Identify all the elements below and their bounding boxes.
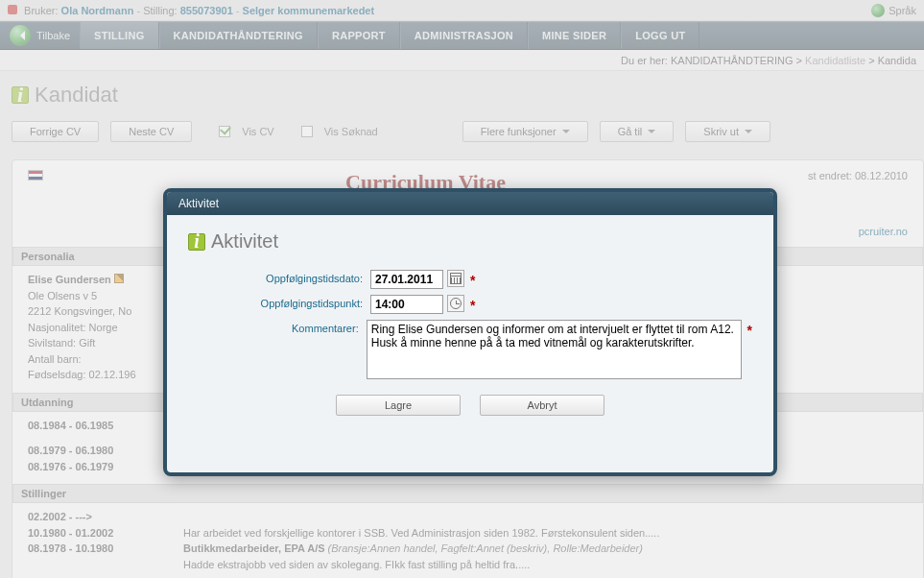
comment-textarea[interactable] [367, 320, 742, 379]
calendar-icon[interactable] [447, 270, 464, 287]
required-icon: * [470, 273, 475, 288]
dialog-titlebar: Aktivitet [167, 192, 773, 215]
clock-icon[interactable] [447, 295, 464, 312]
aktivitet-dialog: Aktivitet i Aktivitet Oppfølgingstidsdat… [163, 188, 777, 476]
required-icon: * [747, 323, 752, 338]
dialog-heading: i Aktivitet [188, 230, 752, 253]
followup-date-label: Oppfølgingstidsdato: [188, 270, 370, 284]
required-icon: * [470, 298, 475, 313]
cancel-button[interactable]: Avbryt [480, 395, 604, 416]
followup-time-label: Oppfølgingstidspunkt: [188, 295, 370, 309]
followup-time-input[interactable] [370, 295, 443, 314]
save-button[interactable]: Lagre [336, 395, 461, 416]
info-icon: i [188, 233, 205, 251]
followup-date-input[interactable] [370, 270, 443, 289]
comment-label: Kommentarer: [188, 320, 367, 334]
